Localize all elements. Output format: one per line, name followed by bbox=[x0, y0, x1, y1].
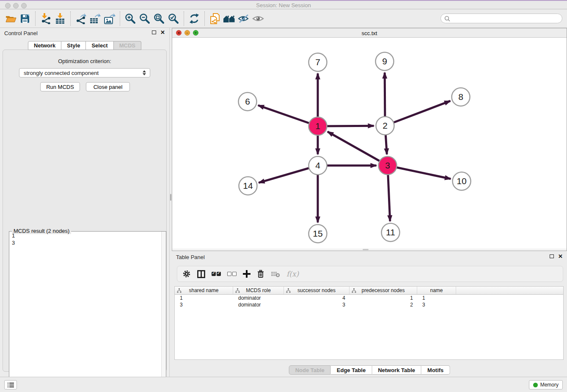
float-table-panel-icon[interactable] bbox=[550, 254, 554, 258]
close-table-panel-icon[interactable]: ✕ bbox=[558, 254, 563, 259]
float-panel-icon[interactable] bbox=[152, 30, 156, 34]
unchecked-box-icon bbox=[227, 272, 231, 276]
zoom-out-button[interactable] bbox=[138, 11, 152, 26]
mcds-scrollbar[interactable] bbox=[161, 232, 166, 389]
graph-node-7[interactable]: 7 bbox=[309, 53, 327, 72]
export-network-button[interactable] bbox=[74, 11, 88, 26]
refresh-icon bbox=[189, 14, 199, 24]
hide-selected-button[interactable] bbox=[237, 11, 251, 26]
import-table-button[interactable] bbox=[53, 11, 67, 26]
canvas-hscroll-handle[interactable] bbox=[363, 249, 369, 250]
table-cell[interactable]: 4 bbox=[284, 295, 350, 301]
column-header-mcds-role[interactable]: MCDS role bbox=[233, 287, 284, 294]
deselect-all-columns-button[interactable] bbox=[227, 269, 237, 279]
refresh-layout-button[interactable] bbox=[187, 11, 201, 26]
zoom-in-button[interactable] bbox=[123, 11, 138, 26]
table-row[interactable]: 3dominator323 bbox=[175, 301, 563, 308]
graph-node-2[interactable]: 2 bbox=[376, 117, 394, 135]
graph-node-9[interactable]: 9 bbox=[376, 52, 394, 71]
graph-node-15[interactable]: 15 bbox=[309, 225, 327, 243]
table-cell[interactable]: 2 bbox=[350, 301, 417, 308]
zoom-selected-button[interactable] bbox=[166, 11, 181, 26]
first-neighbors-button[interactable] bbox=[222, 11, 237, 26]
graph-node-label: 4 bbox=[315, 160, 320, 170]
column-header-name[interactable]: name bbox=[417, 287, 456, 294]
mcds-result-list[interactable]: 13 bbox=[9, 232, 161, 389]
show-all-button[interactable] bbox=[251, 11, 265, 26]
toolbar-separator bbox=[35, 11, 36, 26]
zoom-fit-button[interactable] bbox=[152, 11, 166, 26]
graph-node-label: 6 bbox=[245, 97, 250, 106]
delete-column-button[interactable] bbox=[257, 269, 264, 279]
table-cell[interactable]: 3 bbox=[175, 301, 233, 308]
network-canvas[interactable]: 7968124314101511 bbox=[172, 38, 567, 251]
table-cell[interactable]: dominator bbox=[233, 301, 284, 308]
table-settings-button[interactable] bbox=[182, 269, 191, 279]
delete-table-button[interactable] bbox=[271, 269, 280, 279]
search-input[interactable] bbox=[452, 16, 562, 22]
run-mcds-button[interactable]: Run MCDS bbox=[40, 82, 80, 91]
graph-node-10[interactable]: 10 bbox=[453, 172, 471, 190]
tab-select[interactable]: Select bbox=[86, 41, 113, 50]
status-bar: Memory bbox=[0, 377, 567, 392]
function-builder-button[interactable]: f(x) bbox=[286, 269, 299, 279]
tab-motifs[interactable]: Motifs bbox=[421, 365, 450, 375]
delete-table-icon bbox=[271, 270, 280, 278]
graph-node-label: 1 bbox=[315, 121, 320, 131]
column-header-successor-nodes[interactable]: successor nodes bbox=[284, 287, 350, 294]
hierarchy-icon bbox=[177, 288, 182, 293]
tab-network-table[interactable]: Network Table bbox=[372, 365, 421, 375]
table-cell[interactable]: 1 bbox=[175, 295, 233, 301]
graph-node-label: 9 bbox=[382, 56, 387, 66]
tab-network[interactable]: Network bbox=[28, 41, 61, 50]
graph-node-1[interactable]: 1 bbox=[309, 117, 327, 135]
table-panel-header: Table Panel ✕ bbox=[172, 252, 567, 262]
graph-node-label: 7 bbox=[315, 57, 320, 67]
memory-button[interactable]: Memory bbox=[529, 380, 563, 389]
mcds-panel: Optimization criterion: strongly connect… bbox=[3, 50, 167, 372]
open-session-button[interactable] bbox=[3, 11, 18, 26]
show-columns-button[interactable] bbox=[197, 269, 205, 279]
graph-node-8[interactable]: 8 bbox=[452, 88, 470, 106]
tab-node-table[interactable]: Node Table bbox=[289, 365, 331, 375]
tab-edge-table[interactable]: Edge Table bbox=[331, 365, 372, 375]
columns-icon bbox=[197, 270, 205, 278]
table-cell[interactable]: dominator bbox=[233, 295, 284, 301]
task-history-button[interactable] bbox=[4, 380, 17, 389]
graph-node-4[interactable]: 4 bbox=[309, 157, 327, 175]
table-row[interactable]: 1dominator411 bbox=[175, 295, 563, 301]
graph-node-3[interactable]: 3 bbox=[379, 157, 397, 175]
clone-network-button[interactable] bbox=[208, 11, 222, 26]
table-cell[interactable]: 3 bbox=[417, 301, 456, 308]
table-panel-title: Table Panel bbox=[176, 254, 205, 260]
graph-node-6[interactable]: 6 bbox=[239, 93, 257, 111]
table-cell[interactable]: 3 bbox=[284, 301, 350, 308]
table-cell[interactable]: 1 bbox=[417, 295, 456, 301]
trash-icon bbox=[257, 270, 264, 278]
table-cell[interactable]: 1 bbox=[350, 295, 417, 301]
close-panel-icon[interactable]: ✕ bbox=[160, 30, 165, 35]
graph-node-11[interactable]: 11 bbox=[382, 224, 400, 242]
toolbar-separator bbox=[70, 11, 71, 26]
network-window: ✕ − + scc.txt 7968124314101511 bbox=[172, 28, 567, 251]
tab-mcds[interactable]: MCDS bbox=[114, 41, 141, 50]
select-all-columns-button[interactable] bbox=[212, 269, 221, 279]
close-panel-button[interactable]: Close panel bbox=[86, 82, 130, 91]
graph-node-14[interactable]: 14 bbox=[239, 177, 257, 195]
canvas-hscrollbar[interactable] bbox=[172, 248, 567, 251]
import-network-button[interactable] bbox=[39, 11, 53, 26]
mcds-result-item[interactable]: 3 bbox=[9, 239, 161, 246]
network-window-titlebar: ✕ − + scc.txt bbox=[172, 28, 567, 38]
export-table-button[interactable] bbox=[88, 11, 102, 26]
mcds-result-item[interactable]: 1 bbox=[9, 232, 161, 239]
graph-node-label: 10 bbox=[457, 176, 466, 186]
export-image-button[interactable] bbox=[102, 11, 117, 26]
column-header-predecessor-nodes[interactable]: predecessor nodes bbox=[350, 287, 417, 294]
search-field[interactable] bbox=[440, 14, 562, 23]
control-panel-tabs: Network Style Select MCDS bbox=[28, 41, 141, 50]
tab-style[interactable]: Style bbox=[61, 41, 86, 50]
save-session-button[interactable] bbox=[18, 11, 32, 26]
column-header-shared-name[interactable]: shared name bbox=[175, 287, 233, 294]
optimization-criterion-select[interactable]: strongly connected component bbox=[19, 68, 150, 77]
create-column-button[interactable] bbox=[243, 269, 250, 279]
